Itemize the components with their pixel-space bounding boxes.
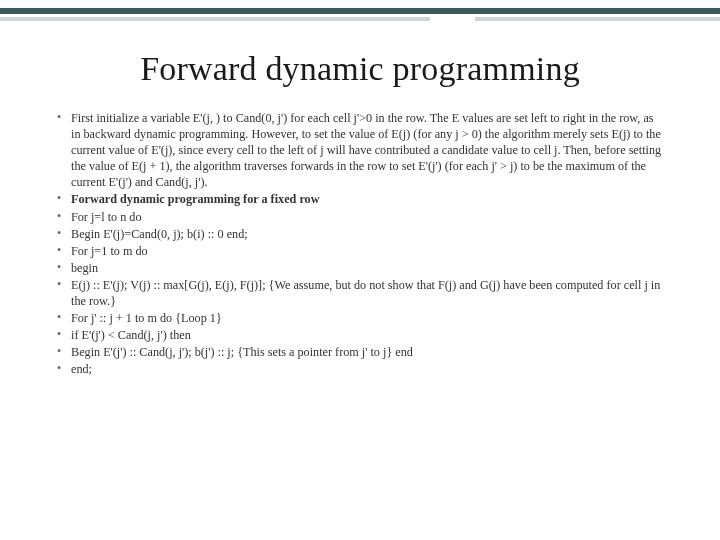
bullet-text: end; [71,362,92,376]
bullet-item: Begin E'(j') :: Cand(j, j'); b(j') :: j;… [55,344,665,360]
bullet-text: Begin E'(j') :: Cand(j, j'); b(j') :: j;… [71,345,413,359]
bullet-text: Forward dynamic programming for a fixed … [71,192,319,206]
bullet-list: First initialize a variable E'(j, ) to C… [55,110,665,378]
bullet-text: E(j) :: E'(j); V(j) :: max[G(j), E(j), F… [71,278,660,308]
bullet-item: For j' :: j + 1 to m do {Loop 1} [55,310,665,326]
accent-bar-light-left [0,17,430,21]
bullet-text: For j=1 to m do [71,244,148,258]
accent-bar-light-right [475,17,720,21]
bullet-item: if E'(j') < Cand(j, j') then [55,327,665,343]
bullet-item: end; [55,361,665,377]
slide-title: Forward dynamic programming [55,50,665,88]
bullet-text: if E'(j') < Cand(j, j') then [71,328,191,342]
bullet-item: begin [55,260,665,276]
bullet-item: For j=l to n do [55,209,665,225]
bullet-text: Begin E'(j)=Cand(0, j); b(i) :: 0 end; [71,227,248,241]
bullet-item: For j=1 to m do [55,243,665,259]
bullet-item: E(j) :: E'(j); V(j) :: max[G(j), E(j), F… [55,277,665,309]
accent-bar-dark [0,8,720,14]
bullet-text: First initialize a variable E'(j, ) to C… [71,111,661,189]
bullet-text: begin [71,261,98,275]
slide-accent [0,8,720,30]
bullet-text: For j=l to n do [71,210,142,224]
bullet-item: First initialize a variable E'(j, ) to C… [55,110,665,190]
bullet-item: Begin E'(j)=Cand(0, j); b(i) :: 0 end; [55,226,665,242]
bullet-item: Forward dynamic programming for a fixed … [55,191,665,207]
bullet-text: For j' :: j + 1 to m do {Loop 1} [71,311,222,325]
slide-content: Forward dynamic programming First initia… [55,50,665,379]
